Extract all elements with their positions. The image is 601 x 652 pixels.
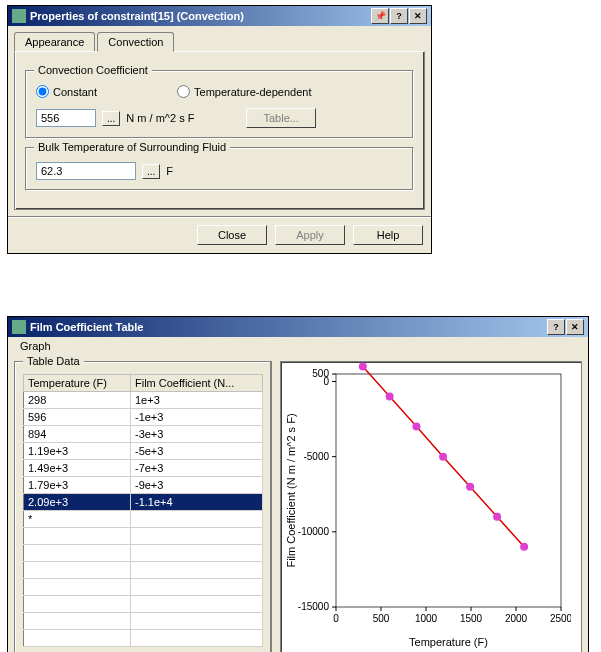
help-button[interactable]: ? — [390, 8, 408, 24]
table-row[interactable]: 1.49e+3-7e+3 — [24, 460, 263, 477]
table-row-empty — [24, 545, 263, 562]
svg-text:500: 500 — [312, 368, 329, 379]
col-filmcoef[interactable]: Film Coefficient (N... — [130, 375, 262, 392]
chart-svg: 05001000150020002500-15000-10000-5000050… — [281, 362, 571, 652]
apply-button[interactable]: Apply — [275, 225, 345, 245]
radio-constant[interactable]: Constant — [36, 85, 97, 98]
svg-point-27 — [412, 423, 420, 431]
radio-constant-label: Constant — [53, 86, 97, 98]
close-button-1[interactable]: ✕ — [409, 8, 427, 24]
svg-point-26 — [386, 393, 394, 401]
svg-text:-5000: -5000 — [303, 451, 329, 462]
help-button-1[interactable]: Help — [353, 225, 423, 245]
help-button-2[interactable]: ? — [547, 319, 565, 335]
svg-text:2000: 2000 — [505, 613, 528, 624]
pin-button[interactable]: 📌 — [371, 8, 389, 24]
svg-point-25 — [359, 362, 367, 370]
app-icon — [12, 9, 26, 23]
svg-point-30 — [493, 513, 501, 521]
menu-graph[interactable]: Graph — [14, 339, 57, 353]
dialog2-title: Film Coefficient Table — [30, 321, 547, 333]
convcoef-browse[interactable]: ... — [102, 111, 120, 126]
table-row[interactable]: 2981e+3 — [24, 392, 263, 409]
table-row[interactable]: 894-3e+3 — [24, 426, 263, 443]
svg-text:1500: 1500 — [460, 613, 483, 624]
svg-rect-2 — [336, 374, 561, 607]
svg-text:1000: 1000 — [415, 613, 438, 624]
group-convcoef-title: Convection Coefficient — [34, 64, 152, 76]
bulktemp-value-input[interactable] — [36, 162, 136, 180]
svg-point-28 — [439, 453, 447, 461]
data-table[interactable]: Temperature (F) Film Coefficient (N... 2… — [23, 374, 263, 647]
radio-constant-input[interactable] — [36, 85, 49, 98]
svg-text:0: 0 — [333, 613, 339, 624]
radio-tempdep-input[interactable] — [177, 85, 190, 98]
film-coef-dialog: Film Coefficient Table ? ✕ Graph Table D… — [7, 316, 589, 652]
svg-text:-10000: -10000 — [298, 526, 330, 537]
table-row[interactable]: 596-1e+3 — [24, 409, 263, 426]
group-bulktemp-title: Bulk Temperature of Surrounding Fluid — [34, 141, 230, 153]
table-row-empty — [24, 579, 263, 596]
svg-point-29 — [466, 483, 474, 491]
radio-tempdep[interactable]: Temperature-dependent — [177, 85, 311, 98]
tab-convection[interactable]: Convection — [97, 32, 174, 52]
svg-text:-15000: -15000 — [298, 601, 330, 612]
table-row[interactable]: 1.79e+3-9e+3 — [24, 477, 263, 494]
tab-appearance[interactable]: Appearance — [14, 32, 95, 51]
app-icon-2 — [12, 320, 26, 334]
table-button[interactable]: Table... — [246, 108, 315, 128]
svg-point-31 — [520, 543, 528, 551]
table-row[interactable]: 2.09e+3-1.1e+4 — [24, 494, 263, 511]
table-row-empty — [24, 596, 263, 613]
svg-text:500: 500 — [373, 613, 390, 624]
properties-dialog: Properties of constraint[15] (Convection… — [7, 5, 432, 254]
svg-text:Temperature (F): Temperature (F) — [409, 636, 488, 648]
table-row-empty — [24, 613, 263, 630]
titlebar-1[interactable]: Properties of constraint[15] (Convection… — [8, 6, 431, 26]
convcoef-value-input[interactable] — [36, 109, 96, 127]
convcoef-unit: N m / m^2 s F — [126, 112, 194, 124]
table-group-title: Table Data — [23, 355, 84, 367]
svg-rect-1 — [12, 320, 26, 334]
close-button[interactable]: Close — [197, 225, 267, 245]
table-row-empty — [24, 528, 263, 545]
table-row-empty — [24, 630, 263, 647]
radio-tempdep-label: Temperature-dependent — [194, 86, 311, 98]
titlebar-2[interactable]: Film Coefficient Table ? ✕ — [8, 317, 588, 337]
dialog1-title: Properties of constraint[15] (Convection… — [30, 10, 371, 22]
table-row[interactable]: 1.19e+3-5e+3 — [24, 443, 263, 460]
table-row-empty — [24, 562, 263, 579]
close-button-2[interactable]: ✕ — [566, 319, 584, 335]
svg-rect-0 — [12, 9, 26, 23]
bulktemp-unit: F — [166, 165, 173, 177]
svg-text:Film Coefficient (N m / m^2 s : Film Coefficient (N m / m^2 s F) — [285, 413, 297, 567]
svg-text:2500: 2500 — [550, 613, 571, 624]
col-temperature[interactable]: Temperature (F) — [24, 375, 131, 392]
chart-panel: 05001000150020002500-15000-10000-5000050… — [280, 361, 582, 652]
table-row-new[interactable]: * — [24, 511, 263, 528]
bulktemp-browse[interactable]: ... — [142, 164, 160, 179]
